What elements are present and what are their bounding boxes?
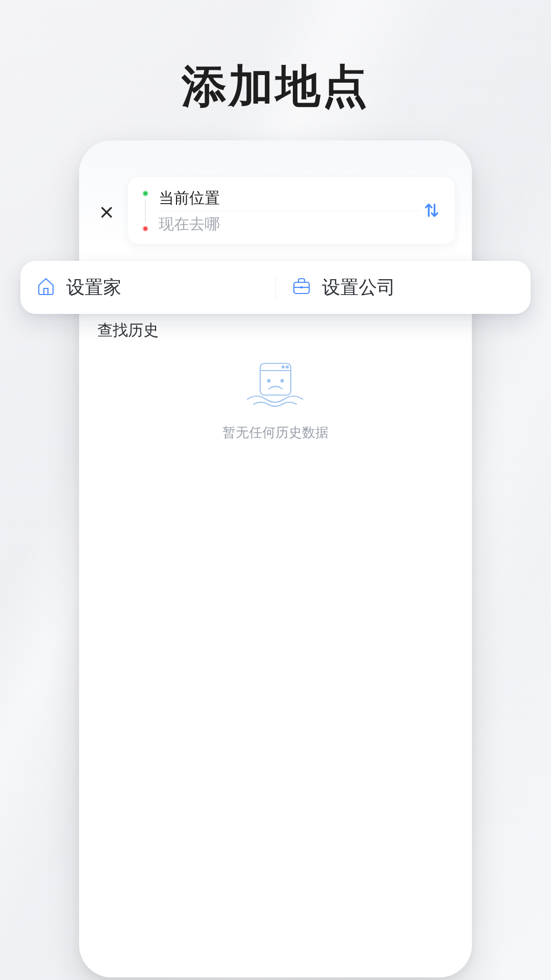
svg-point-15 xyxy=(282,366,284,368)
route-field-divider xyxy=(159,211,420,211)
route-dot-connector xyxy=(145,200,146,223)
history-empty-text: 暂无任何历史数据 xyxy=(222,424,329,442)
set-work-label: 设置公司 xyxy=(322,275,395,300)
set-home-label: 设置家 xyxy=(66,275,121,300)
history-empty-state: 暂无任何历史数据 xyxy=(97,356,454,442)
route-card: 当前位置 现在去哪 xyxy=(128,177,455,244)
svg-point-16 xyxy=(286,366,288,368)
swap-route-button[interactable] xyxy=(420,186,443,236)
briefcase-icon xyxy=(290,274,313,301)
set-home-button[interactable]: 设置家 xyxy=(20,274,276,301)
history-title: 查找历史 xyxy=(97,320,454,341)
empty-box-icon xyxy=(237,356,314,414)
svg-point-18 xyxy=(281,380,284,382)
close-icon xyxy=(99,205,114,222)
svg-point-17 xyxy=(268,380,270,382)
history-section: 查找历史 暂无任何历史数据 xyxy=(79,320,472,442)
quickset-card: 设置家 设置公司 xyxy=(20,261,531,314)
destination-dot-icon xyxy=(142,226,148,232)
origin-dot-icon xyxy=(142,190,148,197)
home-icon xyxy=(35,274,57,301)
destination-field[interactable]: 现在去哪 xyxy=(159,212,420,236)
route-dots xyxy=(139,186,152,236)
page-title: 添加地点 xyxy=(0,56,551,117)
set-work-button[interactable]: 设置公司 xyxy=(276,274,531,301)
origin-field[interactable]: 当前位置 xyxy=(159,186,420,210)
swap-icon xyxy=(423,200,440,223)
close-button[interactable] xyxy=(96,177,117,244)
route-search-row: 当前位置 现在去哪 xyxy=(79,177,472,244)
